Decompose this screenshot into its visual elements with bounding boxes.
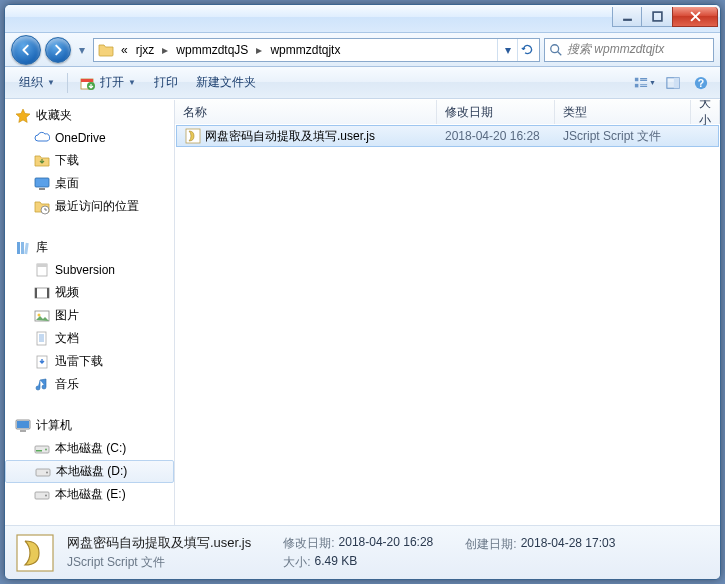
sidebar-item-drive-d[interactable]: 本地磁盘 (D:): [5, 460, 174, 483]
open-button[interactable]: 打开 ▼: [72, 71, 144, 94]
svg-rect-0: [623, 18, 632, 20]
documents-icon: [34, 331, 50, 347]
view-options-button[interactable]: ▼: [632, 72, 658, 94]
sidebar-item-thunder[interactable]: 迅雷下载: [5, 350, 174, 373]
pictures-icon: [34, 308, 50, 324]
sidebar-item-documents[interactable]: 文档: [5, 327, 174, 350]
svg-text:?: ?: [698, 76, 704, 88]
content-pane: 名称 修改日期 类型 大小 网盘密码自动提取及填写.user.js 2018-0…: [174, 100, 720, 525]
details-pane: 网盘密码自动提取及填写.user.js JScript Script 文件 修改…: [5, 525, 720, 579]
back-button[interactable]: [11, 35, 41, 65]
download-icon: [34, 354, 50, 370]
column-headers: 名称 修改日期 类型 大小: [175, 100, 720, 124]
column-header-size[interactable]: 大小: [691, 100, 720, 124]
titlebar: [5, 5, 720, 33]
computer-header[interactable]: 计算机: [5, 414, 174, 437]
svg-rect-25: [37, 332, 46, 345]
details-size-value: 6.49 KB: [315, 554, 358, 571]
star-icon: [15, 108, 31, 124]
search-placeholder: 搜索 wpmmzdtqjtx: [567, 41, 664, 58]
music-icon: [34, 377, 50, 393]
svg-rect-20: [35, 288, 49, 298]
explorer-window: ▾ « rjxz ▸ wpmmzdtqJS ▸ wpmmzdtqjtx ▾ 搜索…: [4, 4, 721, 580]
chevron-right-icon[interactable]: ▸: [159, 43, 171, 57]
cloud-icon: [34, 130, 50, 146]
video-icon: [34, 285, 50, 301]
file-date: 2018-04-20 16:28: [445, 129, 540, 143]
breadcrumb-item[interactable]: wpmmzdtqJS: [173, 41, 251, 59]
svg-rect-4: [81, 79, 93, 82]
column-header-type[interactable]: 类型: [555, 100, 691, 124]
folder-icon: [98, 42, 114, 58]
sidebar-item-recent[interactable]: 最近访问的位置: [5, 195, 174, 218]
computer-icon: [15, 418, 31, 434]
sidebar-item-downloads[interactable]: 下载: [5, 149, 174, 172]
close-button[interactable]: [672, 7, 718, 27]
drive-icon: [34, 487, 50, 503]
maximize-button[interactable]: [642, 7, 672, 27]
svg-rect-29: [20, 430, 26, 432]
svg-rect-13: [39, 188, 45, 190]
sidebar-item-onedrive[interactable]: OneDrive: [5, 127, 174, 149]
search-icon: [549, 43, 563, 57]
file-type: JScript Script 文件: [563, 128, 661, 145]
refresh-button[interactable]: [517, 39, 537, 61]
forward-button[interactable]: [45, 37, 71, 63]
svg-rect-21: [35, 288, 37, 298]
jscript-icon: [185, 128, 201, 144]
svg-rect-1: [653, 12, 662, 21]
search-input[interactable]: 搜索 wpmmzdtqjtx: [544, 38, 714, 62]
sidebar-item-pictures[interactable]: 图片: [5, 304, 174, 327]
sidebar-item-drive-e[interactable]: 本地磁盘 (E:): [5, 483, 174, 506]
svg-rect-9: [674, 77, 679, 88]
sidebar-item-drive-c[interactable]: 本地磁盘 (C:): [5, 437, 174, 460]
breadcrumb-item[interactable]: rjxz: [133, 41, 158, 59]
details-mod-label: 修改日期:: [283, 535, 334, 552]
minimize-button[interactable]: [612, 7, 642, 27]
column-header-date[interactable]: 修改日期: [437, 100, 555, 124]
sidebar-item-subversion[interactable]: Subversion: [5, 259, 174, 281]
main-area: 收藏夹 OneDrive 下载 桌面 最近访问的位置: [5, 99, 720, 525]
library-item-icon: [34, 262, 50, 278]
drive-icon: [35, 464, 51, 480]
toolbar: 组织 ▼ 打开 ▼ 打印 新建文件夹 ▼: [5, 67, 720, 99]
svg-rect-15: [17, 242, 20, 254]
chevron-down-icon: ▼: [128, 78, 136, 87]
address-bar[interactable]: « rjxz ▸ wpmmzdtqJS ▸ wpmmzdtqjtx ▾: [93, 38, 540, 62]
organize-menu[interactable]: 组织 ▼: [11, 71, 63, 94]
details-mod-value: 2018-04-20 16:28: [339, 535, 434, 552]
svg-rect-31: [36, 450, 42, 452]
details-size-label: 大小:: [283, 554, 310, 571]
chevron-down-icon: ▼: [47, 78, 55, 87]
jscript-icon: [15, 533, 55, 573]
address-dropdown-button[interactable]: ▾: [497, 39, 517, 61]
details-created-value: 2018-04-28 17:03: [521, 536, 616, 553]
file-list[interactable]: 网盘密码自动提取及填写.user.js 2018-04-20 16:28 JSc…: [175, 124, 720, 525]
svg-point-34: [46, 471, 48, 473]
preview-pane-button[interactable]: [660, 72, 686, 94]
favorites-header[interactable]: 收藏夹: [5, 104, 174, 127]
svg-rect-28: [17, 421, 29, 428]
navigation-pane: 收藏夹 OneDrive 下载 桌面 最近访问的位置: [5, 100, 174, 525]
sidebar-item-music[interactable]: 音乐: [5, 373, 174, 396]
column-header-name[interactable]: 名称: [175, 100, 437, 124]
libraries-header[interactable]: 库: [5, 236, 174, 259]
svg-rect-16: [21, 242, 24, 254]
sidebar-item-videos[interactable]: 视频: [5, 281, 174, 304]
new-folder-button[interactable]: 新建文件夹: [188, 71, 264, 94]
breadcrumb-item[interactable]: wpmmzdtqjtx: [267, 41, 343, 59]
chevron-right-icon[interactable]: ▸: [253, 43, 265, 57]
svg-rect-7: [635, 83, 639, 87]
chevron-down-icon: ▼: [649, 79, 656, 86]
svg-point-24: [38, 313, 41, 316]
help-button[interactable]: ?: [688, 72, 714, 94]
svg-rect-6: [635, 77, 639, 81]
sidebar-item-desktop[interactable]: 桌面: [5, 172, 174, 195]
print-button[interactable]: 打印: [146, 71, 186, 94]
breadcrumb-prefix[interactable]: «: [118, 41, 131, 59]
svg-rect-17: [24, 242, 29, 253]
file-row[interactable]: 网盘密码自动提取及填写.user.js 2018-04-20 16:28 JSc…: [176, 125, 719, 147]
nav-history-dropdown[interactable]: ▾: [75, 43, 89, 57]
folder-icon: [34, 153, 50, 169]
details-created-label: 创建日期:: [465, 536, 516, 553]
